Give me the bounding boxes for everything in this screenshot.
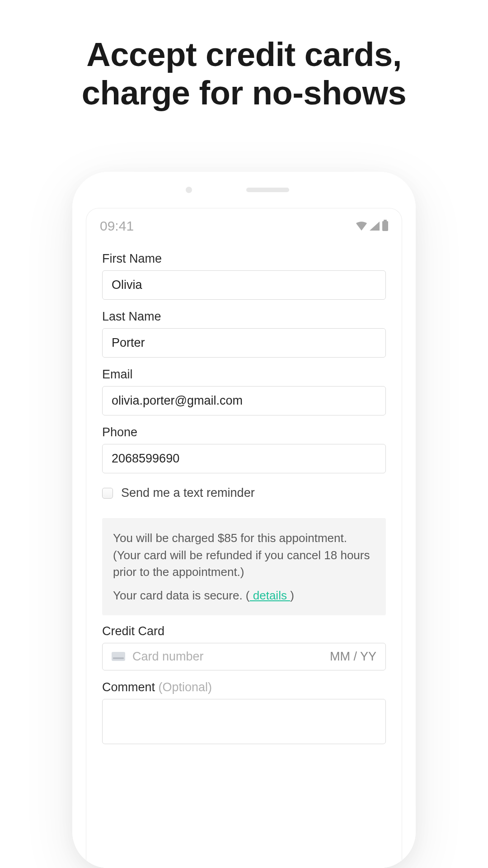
card-icon [112, 652, 125, 661]
payment-info-box: You will be charged $85 for this appoint… [102, 518, 386, 615]
first-name-input[interactable] [102, 270, 386, 300]
email-field: Email [102, 368, 386, 415]
secure-text-suffix: ) [290, 589, 294, 602]
booking-form: First Name Last Name Email Phone Send me… [86, 238, 402, 744]
card-number-input[interactable] [132, 650, 323, 664]
first-name-label: First Name [102, 252, 386, 266]
credit-card-label: Credit Card [102, 624, 386, 638]
last-name-label: Last Name [102, 310, 386, 324]
headline-line-2: charge for no-shows [0, 74, 488, 112]
phone-speaker-slot [246, 188, 289, 192]
phone-input[interactable] [102, 444, 386, 473]
phone-screen: 09:41 First Name Last Name E [86, 208, 402, 868]
battery-icon [382, 221, 388, 231]
cell-signal-icon [370, 222, 380, 231]
status-icons [356, 221, 388, 231]
payment-info-line-1: You will be charged $85 for this appoint… [113, 530, 375, 581]
status-bar: 09:41 [86, 208, 402, 238]
card-expiry-placeholder[interactable]: MM / YY [330, 650, 376, 664]
details-link[interactable]: details [250, 589, 291, 602]
comment-label: Comment (Optional) [102, 680, 386, 694]
comment-field: Comment (Optional) [102, 680, 386, 744]
phone-hardware-top [72, 172, 416, 208]
last-name-field: Last Name [102, 310, 386, 358]
last-name-input[interactable] [102, 328, 386, 358]
email-input[interactable] [102, 386, 386, 415]
status-time: 09:41 [100, 218, 134, 234]
text-reminder-checkbox[interactable] [102, 488, 113, 499]
payment-info-line-2: Your card data is secure. ( details ) [113, 587, 375, 604]
phone-camera-dot [186, 187, 192, 193]
marketing-headline: Accept credit cards, charge for no-shows [0, 0, 488, 112]
headline-line-1: Accept credit cards, [0, 35, 488, 74]
email-label: Email [102, 368, 386, 382]
credit-card-field: Credit Card MM / YY [102, 624, 386, 670]
comment-label-text: Comment [102, 680, 159, 694]
first-name-field: First Name [102, 252, 386, 300]
phone-field: Phone [102, 425, 386, 473]
text-reminder-row[interactable]: Send me a text reminder [102, 486, 386, 500]
wifi-icon [356, 222, 367, 231]
secure-text-prefix: Your card data is secure. ( [113, 589, 250, 602]
phone-mockup: 09:41 First Name Last Name E [72, 172, 416, 868]
text-reminder-label: Send me a text reminder [121, 486, 255, 500]
phone-label: Phone [102, 425, 386, 439]
comment-optional-text: (Optional) [159, 680, 212, 694]
comment-input[interactable] [102, 699, 386, 744]
credit-card-input-row[interactable]: MM / YY [102, 643, 386, 670]
